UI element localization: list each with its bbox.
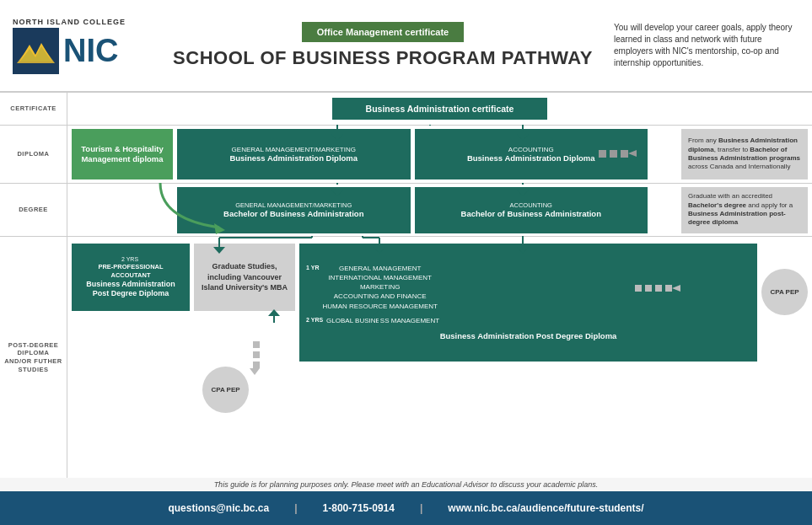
logo-box: NIC <box>13 28 118 74</box>
acc-degree-box: ACCOUNTING Bachelor of Business Administ… <box>415 187 648 233</box>
cert-badge: Office Management certificate <box>302 22 465 42</box>
cert-box: Business Administration certificate <box>332 98 548 120</box>
header: NORTH ISLAND COLLEGE NIC Office Manage <box>0 0 812 93</box>
spec-item6: GLOBAL BUSINESS MANAGEMENT <box>326 316 439 325</box>
gm-diploma-title: Business Administration Diploma <box>229 153 358 163</box>
label-diploma: DIPLOMA <box>0 126 67 183</box>
degree-row: GENERAL MANAGEMENT/MARKETING Bachelor of… <box>67 184 812 236</box>
logo-text: NIC <box>63 33 118 69</box>
disclaimer: This guide is for planning purposes only… <box>0 478 812 491</box>
tourism-box: Tourism & Hospitality Management diploma <box>72 129 173 179</box>
footer-website[interactable]: www.nic.bc.ca/audience/future-students/ <box>448 502 643 514</box>
disclaimer-text: This guide is for planning purposes only… <box>214 480 599 489</box>
grad-studies-title: Graduate Studies, including Vancouver Is… <box>201 261 288 293</box>
spec-item-1: GENERAL MANAGEMENT <box>322 264 437 273</box>
diploma-row: Tourism & Hospitality Management diploma… <box>67 126 812 183</box>
spec-item-2: INTERNATIONAL MANAGEMENT <box>322 273 437 282</box>
title-area: Office Management certificate SCHOOL OF … <box>164 22 601 69</box>
flow-column: Business Administration certificate Tour… <box>67 93 812 478</box>
label-certificate: CERTIFICATE <box>0 93 67 125</box>
spec-years2: 2 YRS <box>306 316 323 324</box>
footer-sep-2: | <box>420 502 422 514</box>
spec-list: GENERAL MANAGEMENT INTERNATIONAL MANAGEM… <box>322 264 437 311</box>
cpa-circle-bottom: CPA PEP <box>202 367 249 413</box>
grad-studies-box: Graduate Studies, including Vancouver Is… <box>194 244 295 311</box>
gm-degree-title: Bachelor of Business Administration <box>223 209 363 218</box>
transfer-text: From any Business Administration diploma… <box>688 137 801 172</box>
cpa-bottom-row: CPA PEP <box>67 365 812 415</box>
main-grid: CERTIFICATE DIPLOMA DEGREE POST-DEGREE D… <box>0 93 812 478</box>
logo-top-text: NORTH ISLAND COLLEGE <box>13 18 126 26</box>
gm-diploma-box: GENERAL MANAGEMENT/MARKETING Business Ad… <box>177 129 411 179</box>
spec-item-3: MARKETING <box>322 282 437 292</box>
main-title: SCHOOL OF BUSINESS PROGRAM PATHWAY <box>173 47 593 69</box>
pre-prof-box: 2 YRS PRE-PROFESSIONAL ACCOUTANT Busines… <box>72 244 190 311</box>
spec-item-5: HUMAN RESOURCE MANAGEMENT <box>322 302 437 311</box>
degree-note: Graduate with an accredited Bachelor's d… <box>688 192 801 228</box>
gm-diploma-sub: GENERAL MANAGEMENT/MARKETING <box>232 146 356 153</box>
spec-title: Business Administration Post Degree Dipl… <box>440 330 617 341</box>
logo-icon <box>13 28 59 74</box>
spec-inner: 1 YR GENERAL MANAGEMENT INTERNATIONAL MA… <box>306 264 750 311</box>
gm-degree-sub: GENERAL MANAGEMENT/MARKETING <box>235 201 352 209</box>
spec-item-4: ACCOUNTING AND FINANCE <box>322 292 437 301</box>
description: You will develop your career goals, appl… <box>614 22 799 69</box>
degree-note-box: Graduate with an accredited Bachelor's d… <box>681 187 808 233</box>
acc-diploma-box: ACCOUNTING Business Administration Diplo… <box>415 129 648 179</box>
cpa-circle-right: CPA PEP <box>761 269 808 315</box>
tourism-title: Tourism & Hospitality Management diploma <box>78 144 166 165</box>
spec-box: 1 YR GENERAL MANAGEMENT INTERNATIONAL MA… <box>299 244 757 362</box>
footer-phone: 1-800-715-0914 <box>323 502 395 514</box>
cert-row: Business Administration certificate <box>67 93 812 125</box>
footer: questions@nic.bc.ca | 1-800-715-0914 | w… <box>0 491 812 525</box>
label-column: CERTIFICATE DIPLOMA DEGREE POST-DEGREE D… <box>0 93 67 478</box>
label-degree: DEGREE <box>0 184 67 236</box>
acc-diploma-title: Business Administration Diploma <box>467 153 595 163</box>
page: NORTH ISLAND COLLEGE NIC Office Manage <box>0 0 812 525</box>
pre-prof-years: 2 YRS <box>121 255 140 263</box>
spec-years: 1 YR <box>306 264 319 272</box>
gm-degree-box: GENERAL MANAGEMENT/MARKETING Bachelor of… <box>177 187 411 233</box>
svg-rect-3 <box>13 62 59 74</box>
label-post-degree: POST-DEGREE DIPLOMA AND/OR FUTHER STUDIE… <box>0 237 67 478</box>
acc-diploma-sub: ACCOUNTING <box>508 146 554 153</box>
pre-prof-sub: PRE-PROFESSIONAL ACCOUTANT <box>78 263 183 280</box>
spec-inner2: 2 YRS GLOBAL BUSINESS MANAGEMENT <box>306 316 750 325</box>
logo-svg <box>13 28 59 74</box>
acc-degree-sub: ACCOUNTING <box>510 201 552 209</box>
post-degree-row: 2 YRS PRE-PROFESSIONAL ACCOUTANT Busines… <box>67 237 812 365</box>
footer-sep-1: | <box>294 502 297 514</box>
transfer-box: From any Business Administration diploma… <box>681 129 808 179</box>
logo-area: NORTH ISLAND COLLEGE NIC <box>13 18 148 74</box>
acc-degree-title: Bachelor of Business Administration <box>461 209 601 218</box>
footer-email[interactable]: questions@nic.bc.ca <box>168 502 269 514</box>
pre-prof-title: Business Administration Post Degree Dipl… <box>78 280 183 299</box>
